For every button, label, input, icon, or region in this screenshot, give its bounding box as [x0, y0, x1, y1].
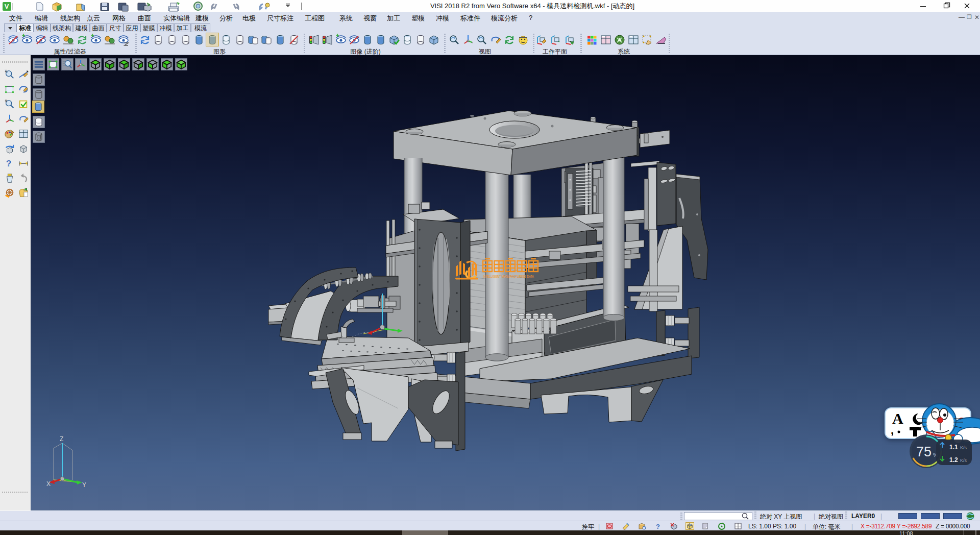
- svg-text:K/s: K/s: [960, 458, 967, 463]
- svg-text:75: 75: [916, 444, 932, 459]
- svg-text:K/s: K/s: [960, 445, 967, 450]
- svg-text:?: ?: [656, 523, 660, 530]
- svg-text:A: A: [892, 410, 903, 427]
- svg-text:1.2: 1.2: [949, 456, 958, 464]
- svg-text:,: ,: [891, 424, 894, 436]
- svg-text:Y: Y: [82, 481, 86, 489]
- svg-text:Z: Z: [60, 435, 63, 443]
- svg-text:1.1: 1.1: [949, 444, 958, 451]
- svg-text:INTELLIGENT MANUFACTURING DATA: INTELLIGENT MANUFACTURING DATA: [483, 275, 534, 278]
- svg-text:?: ?: [6, 158, 12, 168]
- svg-text:V: V: [5, 3, 9, 10]
- svg-text:X: X: [46, 480, 51, 488]
